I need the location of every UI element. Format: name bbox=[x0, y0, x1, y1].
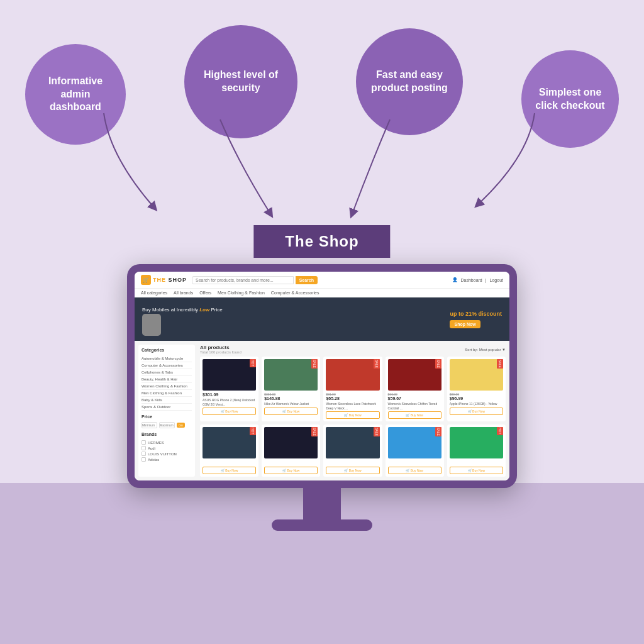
banner-left: Buy Mobiles at Incredibly Low Price bbox=[142, 303, 223, 336]
product-name: Women's Sleeveless Chiffon Tiered Cockta… bbox=[388, 402, 441, 410]
products-header: All products Total 160 products found So… bbox=[200, 345, 506, 354]
price-to-input[interactable] bbox=[159, 422, 175, 428]
cat-cellphones[interactable]: Cellphones & Tabs bbox=[142, 369, 192, 376]
buy-now-button[interactable]: 🛒 Buy Now bbox=[264, 467, 318, 474]
search-input[interactable] bbox=[192, 276, 294, 284]
buy-now-button[interactable]: 🛒 Buy Now bbox=[450, 408, 503, 415]
monitor-screen: 🛒 THE SHOP Search 👤 Dashboard | Logout bbox=[135, 272, 509, 480]
shop-sidebar: Categories Automobile & Motorcycle Compu… bbox=[138, 345, 195, 477]
buy-now-button[interactable]: 🛒 Buy Now bbox=[388, 411, 441, 419]
cat-beauty[interactable]: Beauty, Health & Hair bbox=[142, 376, 192, 383]
header-right: 👤 Dashboard | Logout bbox=[452, 277, 504, 282]
shop-label-text: The Shop bbox=[285, 233, 358, 250]
sale-badge: HOT bbox=[497, 427, 503, 435]
sale-badge: HOT bbox=[250, 359, 256, 367]
price-go-button[interactable]: Go bbox=[177, 423, 185, 428]
search-button[interactable]: Search bbox=[296, 276, 318, 284]
cat-automobile[interactable]: Automobile & Motorcycle bbox=[142, 355, 192, 362]
product-card: HOT 🛒 Buy Now bbox=[200, 425, 258, 477]
brands-title: Brands bbox=[142, 432, 192, 436]
cat-computer[interactable]: Computer & Accessories bbox=[142, 362, 192, 369]
product-image bbox=[326, 359, 379, 391]
shop-header: 🛒 THE SHOP Search 👤 Dashboard | Logout bbox=[135, 272, 509, 289]
shop-label: The Shop bbox=[253, 225, 390, 258]
banner-discount: up to 21% discount bbox=[450, 311, 502, 317]
bubble-security-label: Highest level of security bbox=[197, 69, 285, 95]
product-image bbox=[388, 359, 441, 391]
price-title: Price bbox=[142, 414, 192, 419]
buy-now-button[interactable]: 🛒 Buy Now bbox=[326, 467, 379, 474]
banner-text: Buy Mobiles at Incredibly Low Price bbox=[142, 307, 223, 313]
buy-now-button[interactable]: 🛒 Buy Now bbox=[203, 408, 256, 415]
product-image bbox=[203, 427, 256, 458]
shop-nav: All categories All brands Offers Men Clo… bbox=[135, 289, 509, 297]
nav-all-categories[interactable]: All categories bbox=[141, 291, 167, 295]
buy-now-button[interactable]: 🛒 Buy Now bbox=[264, 408, 318, 415]
bubbles-container: Informative admin dashboard Highest leve… bbox=[0, 19, 644, 148]
products-count: Total 160 products found bbox=[200, 350, 242, 354]
cat-men[interactable]: Men Clothing & Fashion bbox=[142, 390, 192, 397]
product-price: $146.88 bbox=[264, 396, 318, 401]
shop-main: Categories Automobile & Motorcycle Compu… bbox=[135, 341, 509, 480]
product-card: SALE 🛒 Buy Now bbox=[386, 425, 444, 477]
buy-now-button[interactable]: 🛒 Buy Now bbox=[450, 467, 503, 474]
banner-person-img bbox=[142, 314, 161, 336]
monitor: 🛒 THE SHOP Search 👤 Dashboard | Logout bbox=[127, 264, 517, 488]
brand-audi-checkbox[interactable] bbox=[142, 446, 146, 450]
bubble-admin-label: Informative admin dashboard bbox=[38, 75, 113, 114]
brands-section: Brands HERMES Audi LOUIS VUITTON bbox=[142, 432, 192, 462]
sale-badge: SALE bbox=[311, 427, 318, 436]
bubble-security: Highest level of security bbox=[184, 25, 297, 138]
cat-baby[interactable]: Baby & Kids bbox=[142, 397, 192, 404]
brand-louisvuitton[interactable]: LOUIS VUITTON bbox=[142, 451, 192, 457]
product-price: $301.09 bbox=[203, 392, 256, 397]
product-card: SALE 🛒 Buy Now bbox=[323, 425, 382, 477]
products-grid: HOT $301.09 ASUS ROG Phone 2 (New) Unloc… bbox=[200, 357, 506, 477]
bubble-posting-label: Fast and easy product posting bbox=[369, 69, 450, 95]
nav-computer[interactable]: Computer & Accessories bbox=[271, 291, 319, 295]
product-name: Nike Air Women's Velour Jacket bbox=[264, 402, 318, 406]
product-card: HOT $301.09 ASUS ROG Phone 2 (New) Unloc… bbox=[200, 357, 258, 421]
price-range: Go bbox=[142, 422, 192, 428]
logout-link[interactable]: Logout bbox=[490, 278, 503, 282]
nav-all-brands[interactable]: All brands bbox=[174, 291, 193, 295]
brand-lv-checkbox[interactable] bbox=[142, 452, 146, 456]
nav-offers[interactable]: Offers bbox=[199, 291, 211, 295]
sale-badge: SALE bbox=[497, 359, 503, 369]
dashboard-link[interactable]: Dashboard bbox=[461, 278, 482, 282]
product-name: Apple iPhone 11 (128GB) - Yellow bbox=[450, 402, 503, 406]
brand-adidas[interactable]: Adidas bbox=[142, 457, 192, 462]
product-image bbox=[203, 359, 256, 391]
brand-hermes[interactable]: HERMES bbox=[142, 440, 192, 445]
banner-low: Low bbox=[199, 307, 209, 313]
sale-badge: HOT bbox=[250, 427, 256, 435]
price-from-input[interactable] bbox=[142, 422, 157, 428]
sale-badge: SALE bbox=[311, 359, 318, 369]
shop-now-button[interactable]: Shop Now bbox=[450, 320, 480, 328]
buy-now-button[interactable]: 🛒 Buy Now bbox=[203, 467, 256, 474]
monitor-wrapper: 🛒 THE SHOP Search 👤 Dashboard | Logout bbox=[127, 264, 517, 531]
brand-adidas-checkbox[interactable] bbox=[142, 457, 146, 462]
sale-badge: SALE bbox=[374, 427, 380, 436]
cat-sports[interactable]: Sports & Outdoor bbox=[142, 404, 192, 411]
product-name: Women Sleeveless Lace Patchwork Deep V N… bbox=[326, 402, 379, 410]
buy-now-button[interactable]: 🛒 Buy Now bbox=[326, 411, 379, 419]
price-section: Price Go bbox=[142, 414, 192, 428]
search-bar[interactable]: Search bbox=[192, 276, 318, 284]
product-name: ASUS ROG Phone 2 (New) Unlocked GSM 2G V… bbox=[203, 398, 256, 406]
shop-banner: Buy Mobiles at Incredibly Low Price up t… bbox=[135, 297, 509, 341]
brand-audi[interactable]: Audi bbox=[142, 445, 192, 451]
product-price: $96.99 bbox=[450, 396, 503, 401]
cat-women[interactable]: Women Clothing & Fashion bbox=[142, 383, 192, 390]
product-image bbox=[388, 427, 441, 458]
bubble-admin-dashboard: Informative admin dashboard bbox=[25, 44, 126, 145]
nav-men-clothing[interactable]: Men Clothing & Fashion bbox=[218, 291, 265, 295]
product-card: SALE $99.00 $96.99 Apple iPhone 11 (128G… bbox=[447, 357, 506, 421]
brand-hermes-checkbox[interactable] bbox=[142, 440, 146, 445]
product-card: SALE $66.00 $59.67 Women's Sleeveless Ch… bbox=[386, 357, 444, 421]
sort-by[interactable]: Sort by: Most popular ▼ bbox=[465, 348, 506, 352]
bubble-checkout: Simplest one click checkout bbox=[521, 50, 619, 148]
categories-title: Categories bbox=[142, 348, 192, 352]
buy-now-button[interactable]: 🛒 Buy Now bbox=[388, 467, 441, 474]
banner-right: up to 21% discount Shop Now bbox=[450, 311, 502, 328]
